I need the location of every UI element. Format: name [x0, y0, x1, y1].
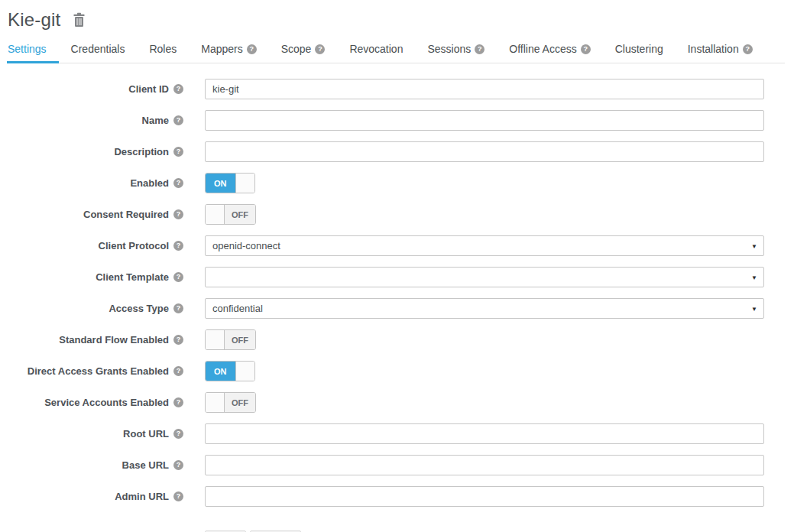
- question-circle-icon[interactable]: [173, 241, 183, 251]
- tab-offline-access[interactable]: Offline Access: [497, 38, 602, 63]
- access-type-select[interactable]: confidential: [205, 298, 764, 319]
- toggle-on-label: ON: [206, 174, 235, 193]
- form-row-service-accounts-enabled: Service Accounts Enabled ON OFF: [7, 392, 783, 413]
- tab-sessions[interactable]: Sessions: [415, 38, 497, 63]
- base-url-input[interactable]: [205, 455, 764, 475]
- enabled-toggle[interactable]: ON OFF: [205, 173, 255, 193]
- question-circle-icon[interactable]: [173, 335, 183, 345]
- form-row-enabled: Enabled ON OFF: [7, 173, 783, 193]
- form-row-description: Description: [7, 141, 783, 162]
- tab-label: Mappers: [201, 43, 242, 55]
- question-circle-icon[interactable]: [173, 303, 183, 313]
- name-label: Name: [142, 115, 169, 126]
- question-circle-icon[interactable]: [173, 491, 183, 501]
- root-url-input[interactable]: [205, 423, 764, 444]
- tab-installation[interactable]: Installation: [676, 38, 765, 63]
- name-input[interactable]: [205, 110, 764, 131]
- question-circle-icon[interactable]: [173, 272, 183, 282]
- admin-url-label: Admin URL: [115, 491, 169, 502]
- question-circle-icon[interactable]: [173, 366, 183, 376]
- consent-required-label: Consent Required: [83, 209, 169, 220]
- toggle-off-label: OFF: [225, 330, 255, 349]
- question-circle-icon[interactable]: [173, 115, 183, 125]
- tab-label: Sessions: [427, 43, 471, 55]
- standard-flow-enabled-label: Standard Flow Enabled: [59, 334, 169, 345]
- form-row-actions: Save Cancel: [7, 517, 783, 532]
- question-circle-icon[interactable]: [173, 209, 183, 219]
- service-accounts-enabled-toggle[interactable]: ON OFF: [205, 392, 256, 413]
- toggle-off-label: OFF: [225, 205, 255, 224]
- tab-label: Revocation: [349, 43, 403, 55]
- tab-mappers[interactable]: Mappers: [189, 38, 268, 63]
- direct-access-grants-enabled-label: Direct Access Grants Enabled: [28, 365, 169, 377]
- question-circle-icon[interactable]: [173, 397, 183, 407]
- question-circle-icon: [247, 44, 257, 54]
- question-circle-icon[interactable]: [173, 460, 183, 470]
- question-circle-icon: [581, 44, 591, 54]
- select-value: confidential: [212, 303, 263, 314]
- tab-scope[interactable]: Scope: [269, 38, 338, 63]
- question-circle-icon: [475, 44, 485, 54]
- select-value: openid-connect: [212, 240, 280, 251]
- admin-url-input[interactable]: [205, 486, 764, 507]
- tab-roles[interactable]: Roles: [137, 38, 189, 63]
- description-input[interactable]: [205, 141, 764, 162]
- client-settings-page: Kie-git Settings Cred: [0, 0, 794, 532]
- question-circle-icon[interactable]: [173, 429, 183, 439]
- service-accounts-enabled-label: Service Accounts Enabled: [44, 397, 169, 408]
- consent-required-toggle[interactable]: ON OFF: [205, 204, 256, 225]
- toggle-handle: [235, 174, 254, 193]
- trash-icon: [72, 18, 86, 30]
- tab-label: Settings: [8, 43, 47, 55]
- root-url-label: Root URL: [123, 428, 169, 440]
- form-row-consent-required: Consent Required ON OFF: [7, 204, 783, 225]
- client-id-label: Client ID: [128, 83, 169, 95]
- form-row-client-id: Client ID: [7, 79, 783, 99]
- form-row-root-url: Root URL: [7, 423, 783, 444]
- tab-label: Installation: [688, 43, 739, 55]
- client-protocol-select[interactable]: openid-connect: [205, 235, 764, 256]
- toggle-handle: [206, 205, 225, 224]
- form-row-access-type: Access Type confidential: [7, 298, 783, 319]
- question-circle-icon[interactable]: [173, 178, 183, 188]
- question-circle-icon: [743, 44, 753, 54]
- tab-clustering[interactable]: Clustering: [603, 38, 676, 63]
- form-row-standard-flow-enabled: Standard Flow Enabled ON OFF: [7, 329, 783, 350]
- tab-label: Roles: [149, 43, 177, 55]
- form-row-client-template: Client Template: [7, 267, 783, 287]
- enabled-label: Enabled: [130, 177, 169, 189]
- toggle-on-label: ON: [206, 362, 235, 381]
- tab-label: Credentials: [71, 43, 125, 55]
- page-header: Kie-git: [7, 8, 783, 38]
- tab-label: Offline Access: [509, 43, 576, 55]
- form-row-client-protocol: Client Protocol openid-connect: [7, 235, 783, 256]
- form-row-direct-access-grants-enabled: Direct Access Grants Enabled ON OFF: [7, 361, 783, 381]
- question-circle-icon[interactable]: [173, 84, 183, 94]
- base-url-label: Base URL: [122, 459, 169, 471]
- tab-label: Scope: [281, 43, 312, 55]
- form-row-admin-url: Admin URL: [7, 486, 783, 507]
- client-template-select[interactable]: [205, 267, 764, 287]
- access-type-label: Access Type: [109, 303, 169, 314]
- client-settings-form: Client ID Name Description Enabled ON OF…: [7, 79, 783, 532]
- toggle-off-label: OFF: [225, 393, 255, 412]
- delete-client-button[interactable]: [72, 12, 86, 28]
- page-title: Kie-git: [8, 9, 60, 31]
- tab-revocation[interactable]: Revocation: [337, 38, 415, 63]
- question-circle-icon[interactable]: [173, 147, 183, 157]
- toggle-handle: [206, 393, 225, 412]
- tab-label: Clustering: [615, 43, 663, 55]
- toggle-handle: [206, 330, 225, 349]
- client-tabs: Settings Credentials Roles Mappers Scope…: [7, 38, 785, 63]
- form-row-base-url: Base URL: [7, 455, 783, 475]
- question-circle-icon: [315, 44, 325, 54]
- client-template-label: Client Template: [96, 271, 169, 283]
- client-id-input[interactable]: [205, 79, 764, 99]
- tab-credentials[interactable]: Credentials: [59, 38, 138, 63]
- form-row-name: Name: [7, 110, 783, 131]
- standard-flow-enabled-toggle[interactable]: ON OFF: [205, 329, 256, 350]
- tab-settings[interactable]: Settings: [7, 38, 59, 63]
- description-label: Description: [114, 146, 169, 157]
- client-protocol-label: Client Protocol: [99, 240, 169, 251]
- direct-access-grants-enabled-toggle[interactable]: ON OFF: [205, 361, 255, 381]
